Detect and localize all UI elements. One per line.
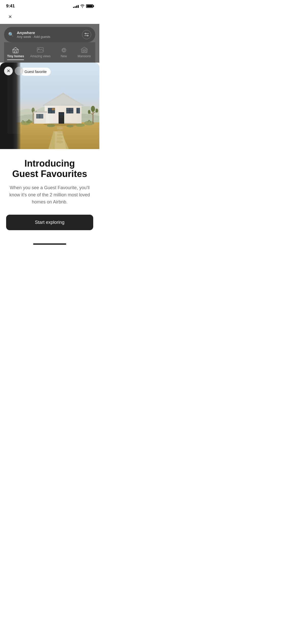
svg-point-58 <box>57 127 63 129</box>
amazing-views-label: Amazing views <box>30 54 50 58</box>
active-underline <box>7 60 24 60</box>
search-destination: Anywhere <box>17 31 79 35</box>
new-icon <box>60 46 67 53</box>
svg-rect-45 <box>52 108 55 110</box>
svg-point-60 <box>57 134 63 136</box>
svg-rect-41 <box>34 112 35 124</box>
category-item-mansions[interactable]: Mansions <box>74 44 94 63</box>
svg-rect-4 <box>13 50 18 53</box>
svg-point-18 <box>26 120 32 123</box>
modal-title: Introducing Guest Favourites <box>6 158 93 179</box>
svg-point-3 <box>87 35 88 36</box>
guest-favorite-badge: Guest favorite <box>20 68 51 76</box>
status-bar: 9:41 <box>0 0 99 11</box>
search-icon: 🔍 <box>8 32 14 37</box>
search-filters-summary: Any week · Add guests <box>17 35 79 39</box>
tiny-homes-icon <box>12 46 19 53</box>
svg-point-64 <box>66 125 74 127</box>
wifi-icon <box>80 5 85 8</box>
modal-close-button[interactable]: ✕ <box>4 67 13 75</box>
battery-icon <box>86 4 93 8</box>
status-time: 9:41 <box>6 4 15 9</box>
home-indicator <box>0 240 99 247</box>
filter-button[interactable] <box>82 30 91 39</box>
svg-rect-54 <box>62 113 64 115</box>
svg-point-63 <box>47 124 55 127</box>
house-photo: Guest favorite <box>15 63 99 149</box>
category-item-amazing-views[interactable]: Amazing views <box>27 44 53 63</box>
svg-point-62 <box>56 140 63 143</box>
modal-title-line1: Introducing <box>24 158 75 169</box>
modal-content: Introducing Guest Favourites When you se… <box>0 149 99 240</box>
category-nav: Tiny homes Amazing views <box>4 42 95 63</box>
modal-area: ✕ Guest favorite <box>0 63 99 240</box>
search-bar[interactable]: 🔍 Anywhere Any week · Add guests <box>4 27 95 42</box>
category-item-new[interactable]: New <box>54 44 74 63</box>
status-icons <box>73 4 93 8</box>
tiny-homes-label: Tiny homes <box>7 54 24 58</box>
svg-rect-40 <box>33 111 47 113</box>
svg-point-1 <box>85 33 86 34</box>
start-exploring-button[interactable]: Start exploring <box>6 215 93 230</box>
svg-point-61 <box>57 137 63 140</box>
search-text-group: Anywhere Any week · Add guests <box>17 31 79 39</box>
top-close-button[interactable]: × <box>6 13 14 21</box>
top-close-area: × <box>0 11 99 24</box>
phone-edge-decoration <box>0 63 20 149</box>
svg-point-25 <box>88 110 90 114</box>
amazing-views-icon <box>37 46 44 53</box>
modal-description: When you see a Guest Favourite, you'll k… <box>6 184 93 206</box>
svg-rect-5 <box>15 51 17 53</box>
home-indicator-bar <box>33 243 66 245</box>
svg-point-59 <box>57 130 63 133</box>
svg-point-23 <box>96 109 98 113</box>
svg-rect-50 <box>77 108 78 113</box>
mansions-label: Mansions <box>78 54 91 58</box>
mansions-icon <box>81 46 88 53</box>
svg-point-21 <box>91 106 95 112</box>
modal-photo-section: ✕ Guest favorite <box>0 63 99 149</box>
svg-rect-53 <box>59 113 61 115</box>
svg-point-65 <box>76 123 85 127</box>
svg-rect-14 <box>84 50 85 51</box>
modal-close-dot <box>15 67 23 75</box>
signal-bars-icon <box>73 4 79 8</box>
category-item-tiny-homes[interactable]: Tiny homes <box>4 44 27 63</box>
search-header: 🔍 Anywhere Any week · Add guests <box>0 24 99 63</box>
new-label: New <box>61 54 67 58</box>
modal-title-line2: Guest Favourites <box>12 169 87 179</box>
modal-close-area[interactable]: ✕ <box>4 67 23 75</box>
sliders-icon <box>84 33 89 36</box>
